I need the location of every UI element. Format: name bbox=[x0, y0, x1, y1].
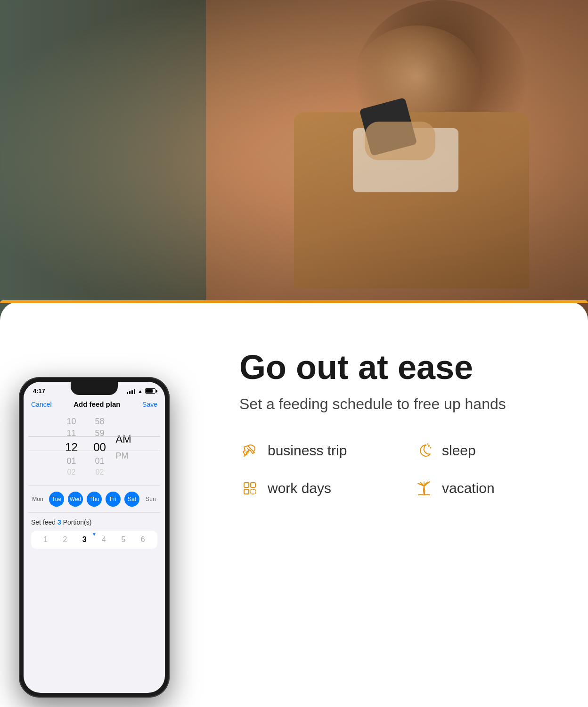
hour-item-10: 10 bbox=[66, 416, 76, 427]
portion-2[interactable]: 2 bbox=[58, 535, 72, 544]
hour-item-12: 12 bbox=[65, 439, 78, 455]
phone-container: 4:17 ▲ Cancel Add feed pl bbox=[19, 377, 170, 698]
day-circle-fri[interactable]: Fri bbox=[106, 492, 121, 507]
portion-number: 3 bbox=[57, 518, 61, 526]
day-circle-wed[interactable]: Wed bbox=[68, 492, 83, 507]
day-circle-thu[interactable]: Thu bbox=[87, 492, 102, 507]
hour-item-11: 11 bbox=[66, 427, 76, 439]
day-label-mon: Mon bbox=[32, 496, 43, 502]
day-circle-sat[interactable]: Sat bbox=[124, 492, 139, 507]
svg-rect-6 bbox=[251, 489, 255, 494]
nav-cancel-button[interactable]: Cancel bbox=[31, 401, 52, 408]
day-circle-sun[interactable]: Sun bbox=[143, 492, 158, 507]
day-circle-mon[interactable]: Mon bbox=[30, 492, 45, 507]
app-nav: Cancel Add feed plan Save bbox=[24, 396, 165, 412]
svg-rect-4 bbox=[251, 483, 255, 487]
phone-screen: 4:17 ▲ Cancel Add feed pl bbox=[24, 382, 165, 693]
day-label-sat: Sat bbox=[128, 496, 136, 502]
portion-5[interactable]: 5 bbox=[117, 535, 130, 544]
signal-bar-1 bbox=[127, 392, 128, 394]
day-mon[interactable]: Mon bbox=[30, 492, 45, 507]
portion-label: Set feed 3 Portion(s) bbox=[31, 518, 157, 526]
feature-label-sleep: sleep bbox=[442, 443, 476, 459]
feature-label-work-days: work days bbox=[268, 480, 331, 496]
portion-unit-text: Portion(s) bbox=[61, 518, 92, 526]
feature-sleep: sleep bbox=[414, 441, 560, 460]
portion-section: Set feed 3 Portion(s) ▼ 1 2 3 4 5 6 bbox=[24, 513, 165, 554]
day-sat[interactable]: Sat bbox=[124, 492, 139, 507]
hours-column: 10 11 12 01 02 bbox=[57, 416, 86, 478]
phone-notch bbox=[71, 382, 118, 395]
status-icons: ▲ bbox=[127, 388, 155, 394]
min-item-59: 59 bbox=[95, 427, 104, 439]
time-picker-wrapper: 10 11 12 01 02 58 59 00 01 02 bbox=[24, 412, 165, 485]
feature-label-vacation: vacation bbox=[442, 480, 495, 496]
time-picker-line-top bbox=[28, 436, 160, 437]
portion-6[interactable]: 6 bbox=[136, 535, 149, 544]
portion-set-text: Set feed bbox=[31, 518, 57, 526]
day-circle-tue[interactable]: Tue bbox=[49, 492, 64, 507]
portion-3[interactable]: 3 bbox=[78, 535, 91, 544]
status-time: 4:17 bbox=[33, 387, 45, 395]
portion-picker[interactable]: ▼ 1 2 3 4 5 6 bbox=[31, 531, 157, 549]
hour-item-02: 02 bbox=[67, 467, 76, 477]
time-picker-line-bottom bbox=[28, 451, 160, 451]
features-grid: business trip sleep bbox=[239, 441, 560, 498]
time-picker[interactable]: 10 11 12 01 02 58 59 00 01 02 bbox=[28, 412, 160, 482]
day-tue[interactable]: Tue bbox=[49, 492, 64, 507]
wifi-icon: ▲ bbox=[138, 388, 143, 394]
phone-outer: 4:17 ▲ Cancel Add feed pl bbox=[19, 377, 170, 698]
photo-section bbox=[0, 0, 588, 321]
min-item-01: 01 bbox=[95, 455, 104, 467]
grid-icon bbox=[239, 479, 260, 498]
airplane-icon bbox=[239, 441, 260, 460]
svg-point-0 bbox=[428, 445, 430, 447]
days-row[interactable]: Mon Tue Wed Thu bbox=[24, 486, 165, 512]
min-item-58: 58 bbox=[95, 416, 104, 427]
palm-icon bbox=[414, 479, 434, 498]
portion-arrow-icon: ▼ bbox=[92, 532, 97, 537]
signal-bar-4 bbox=[134, 389, 135, 394]
ampm-column: AM PM bbox=[114, 416, 131, 478]
hour-item-01: 01 bbox=[66, 455, 76, 467]
photo-background bbox=[0, 0, 588, 321]
moon-icon bbox=[414, 441, 434, 460]
feature-label-business-trip: business trip bbox=[268, 443, 347, 459]
day-label-thu: Thu bbox=[90, 496, 99, 502]
sub-heading: Set a feeding schedule to free up hands bbox=[239, 395, 560, 413]
day-label-sun: Sun bbox=[146, 496, 155, 502]
signal-bar-3 bbox=[131, 390, 133, 394]
ampm-am: AM bbox=[116, 430, 131, 449]
signal-bars-icon bbox=[127, 388, 135, 394]
battery-fill bbox=[146, 389, 153, 393]
day-label-tue: Tue bbox=[52, 496, 61, 502]
battery-icon bbox=[145, 388, 155, 394]
day-wed[interactable]: Wed bbox=[68, 492, 83, 507]
day-label-fri: Fri bbox=[110, 496, 116, 502]
svg-rect-3 bbox=[244, 483, 249, 487]
min-item-00: 00 bbox=[93, 439, 106, 455]
svg-rect-5 bbox=[244, 489, 249, 494]
main-heading: Go out at ease bbox=[239, 349, 560, 386]
signal-bar-2 bbox=[129, 391, 131, 394]
day-fri[interactable]: Fri bbox=[106, 492, 121, 507]
min-item-02: 02 bbox=[96, 467, 104, 477]
svg-point-1 bbox=[430, 447, 432, 449]
content-section: Go out at ease Set a feeding schedule to… bbox=[202, 321, 588, 707]
day-label-wed: Wed bbox=[70, 496, 81, 502]
nav-save-button[interactable]: Save bbox=[142, 401, 157, 408]
portion-1[interactable]: 1 bbox=[39, 535, 52, 544]
feature-vacation: vacation bbox=[414, 479, 560, 498]
svg-point-2 bbox=[427, 444, 429, 445]
minutes-column: 58 59 00 01 02 bbox=[86, 416, 114, 478]
feature-business-trip: business trip bbox=[239, 441, 385, 460]
portion-4[interactable]: 4 bbox=[98, 535, 111, 544]
day-sun[interactable]: Sun bbox=[143, 492, 158, 507]
feature-work-days: work days bbox=[239, 479, 385, 498]
day-thu[interactable]: Thu bbox=[87, 492, 102, 507]
nav-title: Add feed plan bbox=[74, 400, 120, 408]
